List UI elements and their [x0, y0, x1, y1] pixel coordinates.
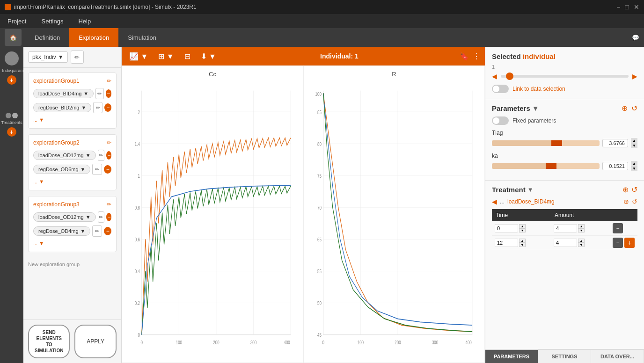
titlebar-controls[interactable]: − □ ✕	[616, 3, 639, 11]
param-ka-up[interactable]: ▲	[631, 161, 637, 166]
group1-item1-select[interactable]: loadDose_BID4mg ▼	[33, 89, 94, 98]
menu-help[interactable]: Help	[75, 17, 94, 26]
row2-amount-input[interactable]	[554, 239, 577, 247]
sidebar-item-treatments[interactable]: Treatments +	[1, 113, 22, 137]
group2-item1-remove[interactable]: −	[106, 151, 111, 160]
slider-left-arrow[interactable]: ◀	[492, 73, 497, 80]
group2-item1-edit[interactable]: ✏	[98, 150, 105, 161]
row1-amount-down[interactable]: ▼	[578, 228, 585, 232]
row2-add-button[interactable]: +	[624, 238, 635, 248]
param-tlag-track[interactable]	[492, 140, 600, 146]
slider-right-arrow[interactable]: ▶	[632, 73, 637, 80]
pkx-edit-button[interactable]: ✏	[71, 51, 84, 64]
tab-settings[interactable]: SETTINGS	[538, 350, 591, 363]
treatment-copy-icon[interactable]: ⊕	[623, 198, 629, 205]
row2-time-down[interactable]: ▼	[519, 243, 526, 247]
chart-area-icon[interactable]: 📈 ▼	[126, 51, 151, 62]
fixed-params-toggle[interactable]	[492, 116, 509, 125]
row2-amount-spinner[interactable]: ▲ ▼	[578, 239, 585, 247]
svg-text:0.8: 0.8	[135, 204, 140, 211]
send-elements-button[interactable]: SEND ELEMENTSTO SIMULATION	[28, 325, 70, 358]
row2-time-up[interactable]: ▲	[519, 239, 526, 243]
group3-item2-remove[interactable]: −	[104, 227, 111, 235]
tab-simulation[interactable]: Simulation	[118, 28, 166, 47]
group2-item2-remove[interactable]: −	[104, 165, 111, 174]
param-ka-value[interactable]: 0.1521	[602, 162, 628, 170]
apply-button[interactable]: APPLY	[74, 325, 117, 358]
group1-edit-icon[interactable]: ✏	[107, 78, 111, 84]
home-button[interactable]: 🏠	[5, 29, 22, 46]
tab-data-overview[interactable]: DATA OVER...	[591, 350, 644, 363]
params-chevron-icon[interactable]: ▼	[532, 104, 539, 112]
chart-export-icon[interactable]: ⬇ ▼	[198, 51, 219, 62]
row1-remove-button[interactable]: −	[613, 223, 623, 233]
group1-item1-remove[interactable]: −	[106, 89, 112, 98]
row2-remove-button[interactable]: −	[613, 238, 623, 248]
link-data-toggle[interactable]	[492, 85, 509, 93]
slider-track[interactable]	[501, 75, 629, 78]
group3-edit-icon[interactable]: ✏	[107, 201, 111, 208]
row2-time-input[interactable]	[495, 239, 518, 247]
new-group-button[interactable]: New exploration group	[28, 258, 117, 269]
group1-item1-edit[interactable]: ✏	[95, 88, 103, 99]
row1-amount-up[interactable]: ▲	[578, 224, 585, 228]
group1-add-item[interactable]: ... ▼	[33, 116, 111, 123]
group2-item1-select[interactable]: loadDose_OD12mg ▼	[33, 151, 96, 160]
group3-item1-remove[interactable]: −	[106, 213, 111, 221]
close-icon[interactable]: ✕	[634, 3, 639, 11]
chart-table-icon[interactable]: ⊟	[182, 51, 193, 62]
group2-add-item[interactable]: ... ▼	[33, 178, 111, 185]
group3-item2-edit[interactable]: ✏	[92, 225, 102, 237]
menu-project[interactable]: Project	[5, 17, 29, 26]
group1-item2-select[interactable]: regDose_BID2mg ▼	[33, 103, 91, 112]
group3-add-item[interactable]: ... ▼	[33, 240, 111, 247]
tab-definition[interactable]: Definition	[25, 28, 69, 47]
row1-time-up[interactable]: ▲	[519, 224, 526, 228]
maximize-icon[interactable]: □	[625, 3, 629, 11]
param-ka-spinner[interactable]: ▲ ▼	[631, 161, 637, 171]
treatment-reset-icon[interactable]: ↺	[631, 185, 637, 194]
treatment-add-icon[interactable]: ⊕	[622, 185, 629, 194]
group3-item1-edit[interactable]: ✏	[98, 211, 105, 223]
group3-item2-select[interactable]: regDose_OD4mg ▼	[33, 226, 90, 236]
group2-item2-select[interactable]: regDose_OD6mg ▼	[33, 165, 90, 174]
tab-parameters[interactable]: PARAMETERS	[485, 350, 538, 363]
group2-edit-icon[interactable]: ✏	[107, 139, 111, 146]
treatments-add-btn[interactable]: +	[7, 127, 16, 137]
group1-item2-remove[interactable]: −	[104, 103, 111, 112]
row1-amount-spinner[interactable]: ▲ ▼	[578, 224, 585, 232]
row1-time-down[interactable]: ▼	[519, 228, 526, 232]
row1-time-spinner[interactable]: ▲ ▼	[519, 224, 526, 232]
bookmark-icon[interactable]: 🔖	[460, 52, 469, 61]
treatment-chevron-icon[interactable]: ▼	[527, 186, 534, 193]
tab-exploration[interactable]: Exploration	[69, 28, 118, 47]
group2-item2-edit[interactable]: ✏	[92, 164, 102, 175]
row2-amount-down[interactable]: ▼	[578, 243, 585, 247]
treatment-undo-icon[interactable]: ↺	[632, 198, 637, 205]
indiv-add-btn[interactable]: +	[7, 75, 16, 85]
treatment-prev[interactable]: ◀	[492, 198, 497, 205]
param-tlag-up[interactable]: ▲	[631, 138, 637, 143]
chart-layout-icon[interactable]: ⊞ ▼	[155, 51, 176, 62]
chat-icon[interactable]: 💬	[632, 34, 639, 41]
minimize-icon[interactable]: −	[616, 3, 620, 11]
group3-item1-select[interactable]: loadDose_OD12mg ▼	[33, 212, 96, 222]
row2-amount-up[interactable]: ▲	[578, 239, 585, 243]
param-ka-track[interactable]	[492, 163, 600, 169]
param-tlag-value[interactable]: 3.6766	[602, 139, 628, 147]
pkx-select[interactable]: pkx_Indiv ▼	[28, 51, 68, 63]
param-ka-down[interactable]: ▼	[631, 166, 637, 171]
menu-dots-icon[interactable]: ⋮	[473, 52, 480, 61]
group1-item2-edit[interactable]: ✏	[93, 102, 102, 113]
row1-amount-input[interactable]	[554, 224, 577, 232]
menu-settings[interactable]: Settings	[38, 17, 66, 26]
param-tlag-down[interactable]: ▼	[631, 143, 637, 148]
param-tlag-spinner[interactable]: ▲ ▼	[631, 138, 637, 148]
params-add-icon[interactable]: ⊕	[622, 104, 628, 113]
slider-thumb[interactable]	[506, 73, 513, 80]
params-reset-icon[interactable]: ↺	[631, 104, 637, 113]
row1-time-input[interactable]	[495, 224, 518, 232]
row2-time-spinner[interactable]: ▲ ▼	[519, 239, 526, 247]
params-actions: ⊕ ↺	[622, 104, 637, 113]
sidebar-item-indiv[interactable]: Indiv.params +	[2, 51, 21, 85]
